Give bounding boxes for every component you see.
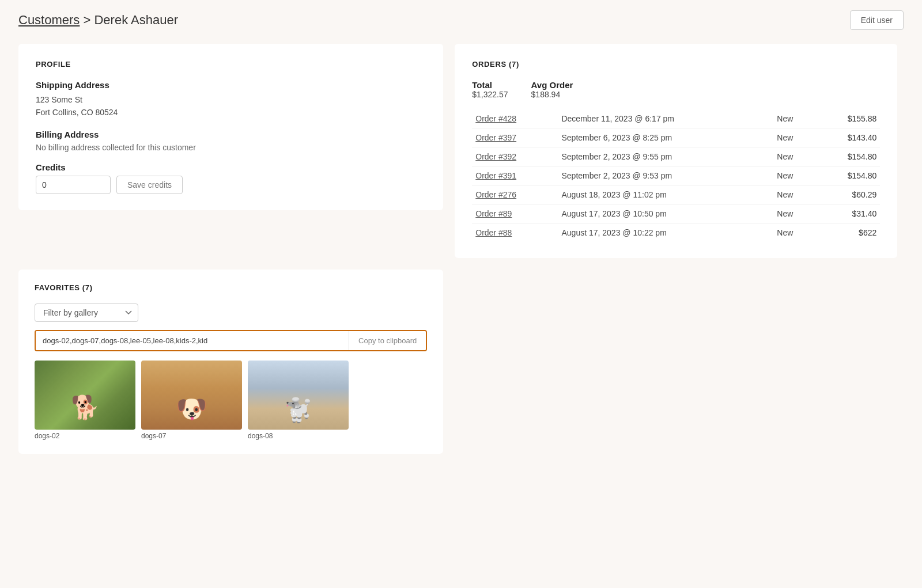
address-line2: Fort Collins, CO 80524 [36,108,118,117]
avg-value: $188.94 [531,90,573,99]
bottom-row: FAVORITES (7) Filter by gallery Copy to … [18,270,904,454]
address-line1: 123 Some St [36,95,82,104]
thumbnail-label-3: dogs-08 [248,432,349,440]
order-date: December 11, 2023 @ 6:17 pm [558,109,773,128]
edit-user-button[interactable]: Edit user [850,10,904,30]
main-content: PROFILE Shipping Address 123 Some St For… [0,38,922,472]
total-value: $1,322.57 [472,90,508,99]
save-credits-button[interactable]: Save credits [116,176,183,194]
top-row: PROFILE Shipping Address 123 Some St For… [18,44,904,258]
order-date: September 2, 2023 @ 9:53 pm [558,166,773,185]
avg-col: Avg Order $188.94 [531,80,573,99]
filter-select-wrapper: Filter by gallery [35,304,427,330]
table-row: Order #391 September 2, 2023 @ 9:53 pm N… [472,166,880,185]
billing-text: No billing address collected for this cu… [36,143,426,152]
profile-card: PROFILE Shipping Address 123 Some St For… [18,44,443,210]
table-row: Order #428 December 11, 2023 @ 6:17 pm N… [472,109,880,128]
order-status: New [773,223,815,242]
table-row: Order #392 September 2, 2023 @ 9:55 pm N… [472,147,880,166]
order-amount: $622 [815,223,880,242]
order-id[interactable]: Order #392 [472,147,558,166]
copy-to-clipboard-button[interactable]: Copy to clipboard [349,331,426,350]
thumbnail-img-1 [35,361,135,430]
order-id[interactable]: Order #89 [472,204,558,223]
shipping-address: 123 Some St Fort Collins, CO 80524 [36,93,426,119]
order-date: August 17, 2023 @ 10:22 pm [558,223,773,242]
thumbnail-label-1: dogs-02 [35,432,135,440]
orders-card: ORDERS (7) Total $1,322.57 Avg Order $18… [455,44,897,258]
table-row: Order #397 September 6, 2023 @ 8:25 pm N… [472,128,880,147]
thumbnails-row: dogs-02 dogs-07 dogs-08 [35,361,427,440]
order-status: New [773,128,815,147]
thumbnail-item-2: dogs-07 [141,361,242,440]
order-id[interactable]: Order #88 [472,223,558,242]
credits-row: Save credits [36,176,426,194]
thumbnail-img-3 [248,361,349,430]
thumbnail-label-2: dogs-07 [141,432,242,440]
order-id[interactable]: Order #428 [472,109,558,128]
order-status: New [773,109,815,128]
order-status: New [773,166,815,185]
orders-summary: Total $1,322.57 Avg Order $188.94 [472,80,880,99]
credits-label: Credits [36,162,426,172]
order-status: New [773,204,815,223]
breadcrumb: Customers > Derek Ashauer [18,13,178,28]
order-id[interactable]: Order #276 [472,185,558,204]
order-date: August 18, 2023 @ 11:02 pm [558,185,773,204]
order-amount: $143.40 [815,128,880,147]
filter-gallery-select[interactable]: Filter by gallery [35,304,138,322]
credits-input[interactable] [36,176,111,194]
order-status: New [773,185,815,204]
clipboard-input[interactable] [36,331,349,350]
profile-title: PROFILE [36,60,426,69]
thumbnail-item-3: dogs-08 [248,361,349,440]
table-row: Order #276 August 18, 2023 @ 11:02 pm Ne… [472,185,880,204]
order-amount: $31.40 [815,204,880,223]
order-amount: $154.80 [815,166,880,185]
order-date: September 2, 2023 @ 9:55 pm [558,147,773,166]
favorites-card: FAVORITES (7) Filter by gallery Copy to … [18,270,443,454]
total-col: Total $1,322.57 [472,80,508,99]
order-status: New [773,147,815,166]
order-id[interactable]: Order #391 [472,166,558,185]
order-date: September 6, 2023 @ 8:25 pm [558,128,773,147]
table-row: Order #89 August 17, 2023 @ 10:50 pm New… [472,204,880,223]
billing-label: Billing Address [36,130,426,139]
orders-title: ORDERS (7) [472,60,880,69]
clipboard-row: Copy to clipboard [35,330,427,351]
thumbnail-img-2 [141,361,242,430]
total-label: Total [472,80,508,90]
orders-table: Order #428 December 11, 2023 @ 6:17 pm N… [472,109,880,242]
customer-name: Derek Ashauer [94,13,178,27]
shipping-label: Shipping Address [36,80,426,90]
breadcrumb-separator: > [83,13,94,27]
order-amount: $154.80 [815,147,880,166]
avg-label: Avg Order [531,80,573,90]
thumbnail-item-1: dogs-02 [35,361,135,440]
order-id[interactable]: Order #397 [472,128,558,147]
order-amount: $155.88 [815,109,880,128]
order-date: August 17, 2023 @ 10:50 pm [558,204,773,223]
favorites-title: FAVORITES (7) [35,283,427,292]
page-header: Customers > Derek Ashauer Edit user [0,0,922,38]
order-amount: $60.29 [815,185,880,204]
customers-link[interactable]: Customers [18,13,80,27]
table-row: Order #88 August 17, 2023 @ 10:22 pm New… [472,223,880,242]
